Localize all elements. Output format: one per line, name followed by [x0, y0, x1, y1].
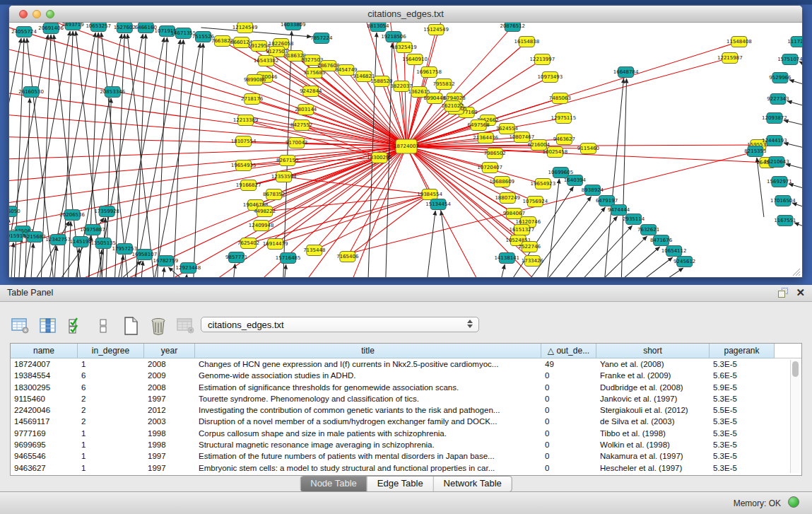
network-view[interactable]: 1872400718300295866012459129541822605891… [9, 23, 802, 277]
graph-node[interactable]: 8471676 [650, 235, 673, 246]
citation-edge-black[interactable] [25, 98, 30, 277]
graph-node[interactable]: 1588520 [370, 76, 392, 87]
graph-node[interactable]: 1215683 [23, 232, 45, 243]
graph-node[interactable]: 10654112 [661, 246, 687, 257]
citation-edge-black[interactable] [283, 264, 286, 277]
tab-edge-table[interactable]: Edge Table [367, 477, 434, 491]
graph-node[interactable]: 1527602 [114, 23, 136, 33]
tab-node-table[interactable]: Node Table [300, 477, 367, 491]
graph-node[interactable]: 9227343 [767, 94, 789, 105]
citation-edge-black[interactable] [787, 101, 802, 108]
citation-edge-red[interactable] [265, 194, 430, 211]
close-panel-icon[interactable]: ✕ [796, 286, 805, 299]
graph-node[interactable]: 10720407 [477, 163, 502, 173]
citation-edge-black[interactable] [621, 78, 627, 277]
citation-edge-black[interactable] [30, 243, 33, 277]
tab-network-table[interactable]: Network Table [434, 477, 512, 491]
graph-node[interactable]: 19384554 [417, 189, 442, 200]
graph-node[interactable]: 6497568 [468, 120, 490, 131]
citation-edge-red[interactable] [314, 194, 430, 250]
graph-node[interactable]: 9529966 [769, 73, 792, 83]
rows-icon[interactable] [93, 316, 114, 336]
float-panel-icon[interactable] [778, 288, 788, 298]
citation-edge-red[interactable] [9, 146, 406, 185]
graph-node[interactable]: 9474444 [608, 205, 630, 216]
table-row[interactable]: 946362711997Embryonic stem cells: a mode… [11, 462, 801, 474]
citation-edge-black[interactable] [610, 257, 673, 277]
citation-edge-black[interactable] [784, 143, 802, 150]
table-row[interactable]: 977716911998Corpus callosum shape and si… [11, 428, 801, 439]
column-header-title[interactable]: title [195, 344, 541, 358]
column-header-in-degree[interactable]: in_degree [78, 344, 144, 358]
graph-node[interactable]: 19654923 [531, 179, 556, 189]
graph-node[interactable]: 12124549 [233, 23, 258, 33]
graph-node[interactable]: 19218506 [381, 32, 406, 42]
graph-node[interactable]: 15640910 [402, 54, 428, 65]
graph-node[interactable]: 18807249 [495, 193, 520, 204]
citation-edge-black[interactable] [792, 203, 802, 210]
graph-node[interactable]: 7955812 [433, 79, 454, 90]
column-header-out-degree-sorted[interactable]: △ out_de... [541, 344, 596, 358]
graph-node[interactable]: 12353594 [271, 172, 297, 182]
graph-node[interactable]: 1621022 [442, 101, 464, 112]
citation-edge-black[interactable] [105, 98, 111, 277]
citation-edge-red[interactable] [9, 146, 406, 210]
graph-node[interactable]: 18325419 [392, 42, 417, 53]
graph-node[interactable]: 20876512 [500, 23, 525, 32]
graph-node[interactable]: 19654935 [231, 160, 257, 171]
graph-node[interactable]: 16961758 [416, 67, 442, 78]
graph-node[interactable]: 1117205 [787, 37, 802, 47]
graph-node[interactable]: 7165406 [336, 252, 359, 262]
graph-node[interactable]: 15716485 [276, 253, 301, 264]
citation-edge-black[interactable] [786, 164, 802, 171]
graph-node[interactable]: 20206536 [59, 210, 85, 221]
graph-node[interactable]: 7485063 [549, 93, 571, 104]
new-document-icon[interactable] [120, 316, 141, 336]
citation-edge-black[interactable] [784, 120, 802, 127]
graph-node[interactable]: 8678352 [263, 189, 285, 200]
graph-node[interactable]: 2493719 [62, 23, 84, 30]
graph-node[interactable]: 15692971 [767, 177, 792, 187]
graph-node[interactable]: 16033809 [281, 23, 306, 30]
table-row[interactable]: 1938455462009Genome-wide association stu… [11, 370, 801, 381]
graph-node[interactable]: 10653257 [86, 23, 111, 32]
graph-node[interactable]: 10973493 [538, 72, 563, 83]
table-row[interactable]: 2242004622012Investigating the contribut… [11, 404, 801, 416]
graph-node[interactable]: 15124549 [423, 25, 449, 35]
citation-edge-black[interactable] [441, 211, 452, 277]
citation-edge-black[interactable] [232, 264, 235, 277]
graph-node[interactable]: 24055724 [11, 27, 37, 37]
citation-edge-black[interactable] [424, 211, 435, 277]
table-row[interactable]: 969969511998Structural magnetic resonanc… [11, 439, 801, 450]
graph-node[interactable]: 12923448 [176, 263, 201, 274]
graph-node[interactable]: 9245612 [673, 257, 695, 267]
table-column-icon[interactable] [37, 316, 59, 336]
citation-edge-black[interactable] [544, 179, 559, 277]
graph-node[interactable]: 8990448 [423, 93, 445, 104]
table-panel-header[interactable]: Table Panel ✕ [0, 285, 812, 302]
graph-node[interactable]: 6216004 [528, 140, 551, 151]
graph-node[interactable]: 7857224 [310, 33, 333, 44]
graph-node[interactable]: 15134454 [425, 199, 451, 210]
graph-node[interactable]: 3175685 [303, 68, 325, 78]
citation-edge-black[interactable] [495, 264, 505, 277]
graph-node[interactable]: 1167551 [774, 216, 796, 226]
table-row[interactable]: 911546021997Tourette syndrome. Phenomeno… [11, 393, 801, 404]
graph-node[interactable]: 18107554 [231, 136, 257, 147]
citation-edge-black[interactable] [628, 268, 683, 277]
table-row[interactable]: 1872400712008Changes of HCN gene express… [11, 358, 801, 370]
trash-icon[interactable] [148, 316, 169, 336]
column-header-pagerank[interactable]: pagerank [710, 344, 775, 358]
citation-edge-red[interactable] [348, 194, 430, 257]
graph-node[interactable]: 9857771 [225, 252, 247, 263]
graph-node[interactable]: 2516050 [9, 206, 20, 217]
citation-edge-black[interactable] [183, 274, 187, 277]
graph-node[interactable]: 6466160 [135, 23, 157, 33]
graph-node[interactable]: 12213997 [530, 54, 555, 65]
citation-edge-black[interactable] [794, 223, 802, 230]
graph-node[interactable]: 10975887 [80, 225, 105, 235]
citation-edge-black[interactable] [139, 261, 143, 277]
graph-node[interactable]: 20691406 [38, 23, 64, 34]
graph-node[interactable]: 12975115 [551, 113, 577, 124]
graph-node[interactable]: 2935114 [623, 214, 645, 225]
